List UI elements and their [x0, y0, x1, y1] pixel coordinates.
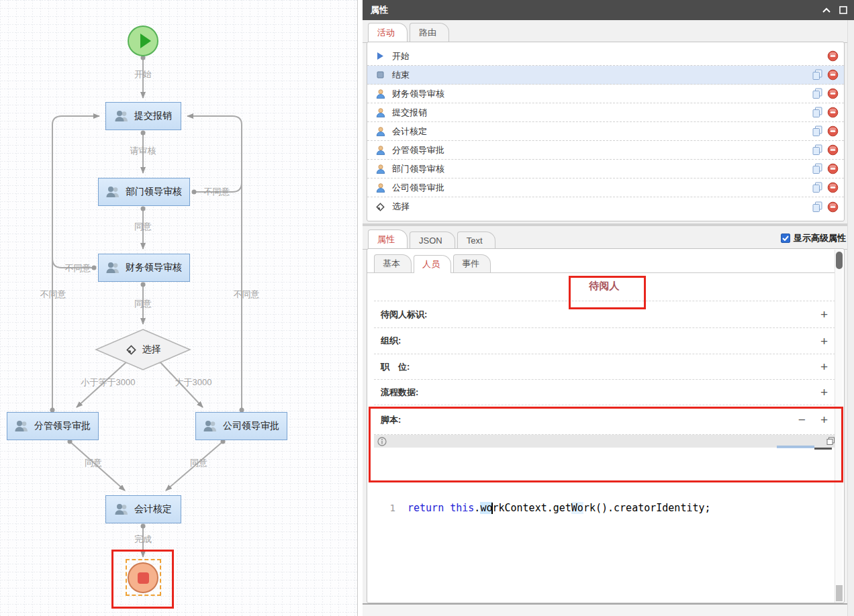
delete-icon[interactable] [827, 107, 839, 118]
scrollbar-thumb[interactable] [836, 252, 843, 269]
activity-item-label: 分管领导审批 [392, 144, 812, 156]
panel-splitter[interactable] [357, 0, 363, 616]
content-scrollbar[interactable] [835, 250, 843, 603]
field-label: 待阅人标识: [381, 309, 427, 321]
activity-item-dept-review[interactable]: 部门领导审核 [367, 160, 844, 178]
maximize-icon[interactable] [839, 6, 847, 14]
add-button[interactable]: + [820, 360, 828, 373]
copy-icon[interactable] [812, 182, 823, 193]
tab-route[interactable]: 路由 [410, 23, 449, 42]
flow-node-finance-leader-review[interactable]: 财务领导审核 [98, 254, 190, 282]
choice-icon [126, 344, 137, 356]
field-row-reader-identity: 待阅人标识: + [374, 301, 839, 328]
edge-label-agree-branch: 同意 [85, 457, 102, 469]
tab-person[interactable]: 人员 [414, 255, 451, 273]
edge-label-disagree-dept: 不同意 [204, 186, 230, 198]
inner-tabbar: 基本 人员 事件 [367, 254, 837, 273]
flow-node-label: 公司领导审批 [223, 420, 279, 432]
flow-node-label: 选择 [142, 344, 161, 356]
activity-item-submit-expense[interactable]: 提交报销 [367, 103, 844, 122]
add-button[interactable]: + [820, 413, 828, 426]
info-icon[interactable] [377, 437, 387, 446]
flow-node-label: 分管领导审批 [34, 420, 91, 432]
activity-list: 开始 结束 财务领导审核 [367, 42, 845, 221]
activity-item-end[interactable]: 结束 [367, 66, 844, 85]
persons-icon [15, 420, 29, 432]
tab-json[interactable]: JSON [410, 232, 455, 249]
activity-item-finance-review[interactable]: 财务领导审核 [367, 85, 844, 103]
editor-overview-bar [814, 448, 832, 450]
checkbox-checked-icon[interactable] [781, 234, 790, 243]
delete-icon[interactable] [827, 144, 839, 156]
edge-label-please-review: 请审核 [130, 145, 156, 157]
flow-node-label: 财务领导审核 [126, 262, 182, 274]
person-icon [375, 183, 386, 193]
tab-event[interactable]: 事件 [453, 254, 491, 272]
remove-button[interactable]: − [798, 413, 806, 426]
section-splitter[interactable] [363, 223, 854, 226]
flow-node-label: 部门领导审核 [126, 186, 182, 198]
code-keyword: this [450, 502, 474, 514]
copy-icon[interactable] [812, 144, 823, 156]
delete-icon[interactable] [827, 69, 839, 81]
property-content: 基本 人员 事件 待阅人 待阅人标识: + 组织: + 职 位: + [367, 248, 845, 603]
delete-icon[interactable] [827, 125, 839, 137]
outer-scroll-strip[interactable] [847, 20, 854, 616]
panel-bottom-bar [363, 603, 854, 616]
flow-node-start[interactable] [128, 25, 158, 56]
activity-item-company-approve[interactable]: 公司领导审批 [367, 178, 844, 197]
delete-icon[interactable] [827, 50, 839, 62]
activity-item-label: 会计核定 [392, 125, 812, 138]
flow-node-company-leader-approve[interactable]: 公司领导审批 [195, 412, 287, 440]
activity-item-label: 财务领导审核 [392, 88, 812, 100]
flow-node-branch-leader-approve[interactable]: 分管领导审批 [7, 412, 99, 440]
add-button[interactable]: + [820, 386, 828, 399]
copy-icon[interactable] [812, 69, 823, 81]
person-icon [375, 89, 386, 99]
selection-box [126, 559, 161, 596]
activity-item-branch-approve[interactable]: 分管领导审批 [367, 141, 844, 160]
delete-icon[interactable] [827, 182, 839, 193]
workflow-canvas[interactable]: 开始 提交报销 部门领导审核 财务领导审核 分管领导审批 公司领导审批 会计核定 [0, 0, 363, 616]
edge-label-disagree-left: 不同意 [40, 289, 66, 301]
edge-label-agree-finance: 同意 [134, 298, 152, 310]
line-number: 1 [374, 503, 395, 513]
tab-text[interactable]: Text [457, 232, 495, 249]
activity-item-accounting-check[interactable]: 会计核定 [367, 122, 844, 141]
copy-icon[interactable] [812, 125, 823, 137]
activity-item-start[interactable]: 开始 [367, 47, 844, 66]
activity-item-label: 选择 [392, 201, 812, 213]
section-header-row: 待阅人 [374, 272, 839, 301]
end-icon [377, 71, 384, 79]
advanced-properties-toggle[interactable]: 显示高级属性 [781, 232, 846, 244]
flow-node-choice[interactable]: 选择 [95, 328, 191, 371]
advanced-properties-label: 显示高级属性 [794, 232, 846, 244]
activity-item-choice[interactable]: 选择 [367, 197, 844, 216]
script-editor[interactable]: 1return this.workContext.getWork().creat… [374, 448, 839, 482]
field-label: 组织: [381, 335, 401, 347]
delete-icon[interactable] [827, 201, 839, 213]
persons-icon [115, 503, 129, 515]
add-button[interactable]: + [820, 308, 828, 321]
delete-icon[interactable] [827, 163, 839, 174]
flow-node-accounting-check[interactable]: 会计核定 [105, 495, 181, 523]
code-highlight: wo [480, 502, 492, 514]
panel-title: 属性 [371, 4, 388, 16]
field-rows: 待阅人 待阅人标识: + 组织: + 职 位: + 流程数据: + [374, 272, 839, 482]
activity-item-label: 公司领导审批 [392, 182, 812, 194]
copy-icon[interactable] [812, 201, 823, 213]
activity-item-label: 开始 [392, 50, 827, 62]
copy-icon[interactable] [812, 107, 823, 118]
tab-basic[interactable]: 基本 [374, 254, 412, 272]
tab-properties[interactable]: 属性 [368, 229, 408, 250]
persons-icon [106, 262, 120, 274]
copy-icon[interactable] [812, 163, 823, 174]
flow-node-dept-leader-review[interactable]: 部门领导审核 [98, 178, 190, 206]
delete-icon[interactable] [827, 88, 839, 99]
flow-node-submit-expense[interactable]: 提交报销 [105, 102, 181, 130]
copy-icon[interactable] [812, 88, 823, 99]
add-button[interactable]: + [820, 335, 828, 348]
code-keyword: return [408, 502, 444, 514]
tab-activity[interactable]: 活动 [368, 23, 408, 43]
collapse-icon[interactable] [822, 7, 831, 13]
